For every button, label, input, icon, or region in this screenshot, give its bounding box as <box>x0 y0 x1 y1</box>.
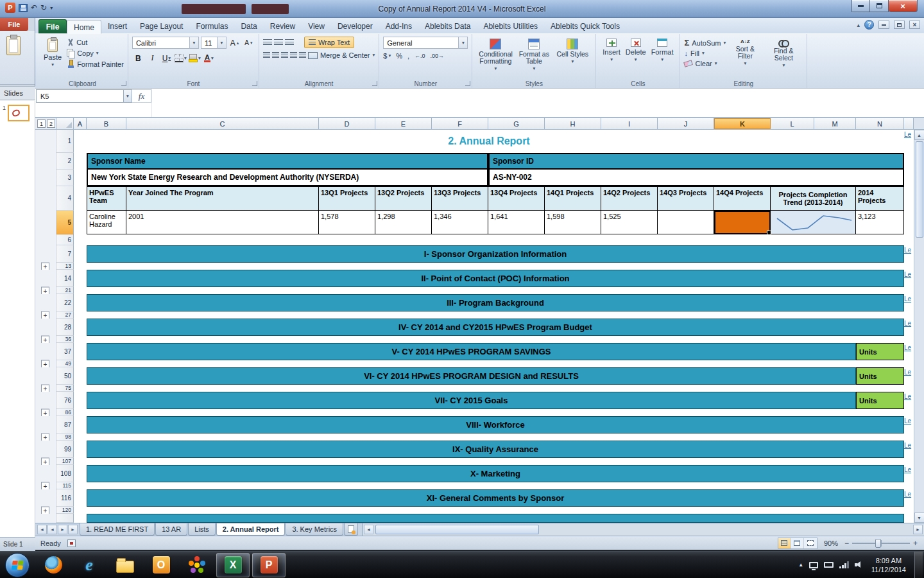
increase-decimal-button[interactable]: ←.0 <box>415 53 425 59</box>
insert-worksheet-button[interactable] <box>344 523 358 536</box>
column-header-n[interactable]: N <box>856 118 904 129</box>
column-header-m[interactable]: M <box>814 118 856 129</box>
normal-view-icon[interactable] <box>778 538 791 548</box>
workbook-minimize-icon[interactable] <box>878 21 889 29</box>
legend-link[interactable]: Le <box>904 441 914 458</box>
column-header-k-selected[interactable]: K <box>714 118 771 129</box>
network-tray-icon[interactable] <box>839 561 849 568</box>
row-header[interactable]: 99 <box>56 441 74 458</box>
align-left-icon[interactable] <box>263 52 270 59</box>
units-cell[interactable]: Units <box>856 343 904 360</box>
vertical-scroll-thumb[interactable] <box>916 141 923 238</box>
font-family-select[interactable]: Calibri▾ <box>132 37 199 49</box>
insert-cells-button[interactable]: Insert ▾ <box>600 37 623 64</box>
table-header-cell[interactable]: HPwES Team <box>87 186 126 211</box>
row-header[interactable]: 76 <box>56 392 74 409</box>
cell-styles-button[interactable]: Cell Styles ▾ <box>553 37 592 66</box>
row-header[interactable]: 115 <box>56 482 74 489</box>
tab-view[interactable]: View <box>302 19 331 33</box>
scroll-up-icon[interactable]: ▲ <box>914 130 924 140</box>
sort-filter-button[interactable]: A↓Z Sort & Filter ▾ <box>726 37 764 68</box>
alignment-dialog-launcher-icon[interactable] <box>372 81 377 86</box>
zoom-level[interactable]: 90% <box>824 539 838 547</box>
last-sheet-button[interactable]: ► <box>68 525 78 534</box>
tab-add-ins[interactable]: Add-Ins <box>379 19 418 33</box>
copy-button[interactable]: Copy▾ <box>67 49 124 57</box>
align-center-icon[interactable] <box>272 52 279 59</box>
row-header[interactable]: 37 <box>56 343 74 360</box>
row-header[interactable]: 108 <box>56 465 74 482</box>
fill-button[interactable]: ↓Fill▾ <box>684 49 726 57</box>
clock[interactable]: 8:09 AM 11/12/2014 <box>871 556 906 574</box>
select-all-corner[interactable] <box>56 118 74 129</box>
table-header-cell[interactable]: Year Joined The Program <box>126 186 319 211</box>
taskbar-internet-explorer-button[interactable]: e <box>73 553 106 577</box>
units-cell[interactable]: Units <box>856 392 904 409</box>
horizontal-scrollbar[interactable]: ◄ ► <box>362 523 924 536</box>
table-header-cell[interactable]: 14Q4 Projects <box>714 186 771 211</box>
show-desktop-button[interactable] <box>914 552 923 578</box>
row-header[interactable]: 13 <box>56 263 74 270</box>
zoom-slider-thumb[interactable] <box>875 539 881 548</box>
row-header[interactable]: 87 <box>56 416 74 434</box>
clipboard-dialog-launcher-icon[interactable] <box>121 81 126 86</box>
legend-link[interactable]: Le <box>904 489 914 507</box>
section-bar[interactable]: I- Sponsor Organization Information <box>87 245 904 263</box>
sheet-title[interactable]: 2. Annual Report <box>74 130 904 153</box>
section-bar[interactable]: II- Point of Contact (POC) Information <box>87 270 904 287</box>
underline-button[interactable]: U▾ <box>160 52 173 64</box>
tab-home[interactable]: Home <box>67 20 101 34</box>
table-header-cell[interactable]: 14Q2 Projects <box>601 186 658 211</box>
slide-thumbnail[interactable] <box>8 105 30 121</box>
legend-link[interactable]: Le <box>904 130 914 153</box>
table-header-cell[interactable]: 14Q3 Projects <box>658 186 714 211</box>
table-data-cell-14q1[interactable]: 1,598 <box>545 211 601 234</box>
fill-color-button[interactable]: ▾ <box>189 52 201 64</box>
start-button[interactable] <box>5 553 30 577</box>
taskbar-firefox-button[interactable] <box>37 553 70 577</box>
minimize-button[interactable] <box>851 0 870 12</box>
outline-level-1-button[interactable]: 1 <box>37 119 46 128</box>
decrease-indent-icon[interactable] <box>290 52 297 59</box>
delete-cells-button[interactable]: Delete ▾ <box>623 37 649 64</box>
sheet-tab-read-me-first[interactable]: 1. READ ME FIRST <box>80 523 155 536</box>
row-header[interactable]: 27 <box>56 311 74 319</box>
name-box-dropdown-icon[interactable]: ▾ <box>123 90 132 102</box>
legend-link[interactable]: Le <box>904 343 914 360</box>
table-header-cell[interactable]: 13Q2 Projects <box>375 186 432 211</box>
row-header[interactable]: 36 <box>56 336 74 343</box>
column-header-h[interactable]: H <box>545 118 601 129</box>
increase-indent-icon[interactable] <box>299 52 306 59</box>
maximize-button[interactable] <box>870 0 889 12</box>
legend-link[interactable]: Le <box>904 367 914 385</box>
table-header-cell[interactable]: Projects Completion Trend (2013-2014) <box>771 186 856 211</box>
row-header[interactable]: 14 <box>56 270 74 287</box>
scroll-left-icon[interactable]: ◄ <box>364 525 373 534</box>
legend-link[interactable]: Le <box>904 416 914 434</box>
prev-sheet-button[interactable]: ◄ <box>47 525 57 534</box>
file-tab[interactable]: File <box>38 19 67 33</box>
legend-link[interactable]: Le <box>904 245 914 263</box>
table-data-cell-13q2[interactable]: 1,298 <box>375 211 432 234</box>
row-header[interactable]: 28 <box>56 319 74 336</box>
workbook-restore-icon[interactable] <box>894 21 905 29</box>
table-header-cell[interactable]: 14Q1 Projects <box>545 186 601 211</box>
tab-ablebits-data[interactable]: Ablebits Data <box>418 19 477 33</box>
tab-review[interactable]: Review <box>264 19 302 33</box>
column-header-b[interactable]: B <box>87 118 126 129</box>
workbook-close-icon[interactable]: × <box>909 21 920 29</box>
powerpoint-window-edge[interactable]: File Slides 1 Slide 1 <box>0 18 35 551</box>
column-header-d[interactable]: D <box>319 118 375 129</box>
wrap-text-button[interactable]: Wrap Text <box>304 37 354 48</box>
legend-link[interactable]: Le <box>904 270 914 287</box>
table-data-cell-team[interactable]: Caroline Hazard <box>87 211 126 234</box>
column-header-c[interactable]: C <box>126 118 319 129</box>
table-data-cell-13q1[interactable]: 1,578 <box>319 211 375 234</box>
sponsor-id-value-cell[interactable]: AS-NY-002 <box>488 170 904 186</box>
font-size-select[interactable]: 11▾ <box>201 37 227 49</box>
macro-record-icon[interactable] <box>67 539 76 547</box>
row-header[interactable]: 116 <box>56 489 74 507</box>
scroll-right-icon[interactable]: ► <box>913 525 923 534</box>
align-top-icon[interactable] <box>263 39 272 46</box>
row-header[interactable]: 86 <box>56 409 74 416</box>
